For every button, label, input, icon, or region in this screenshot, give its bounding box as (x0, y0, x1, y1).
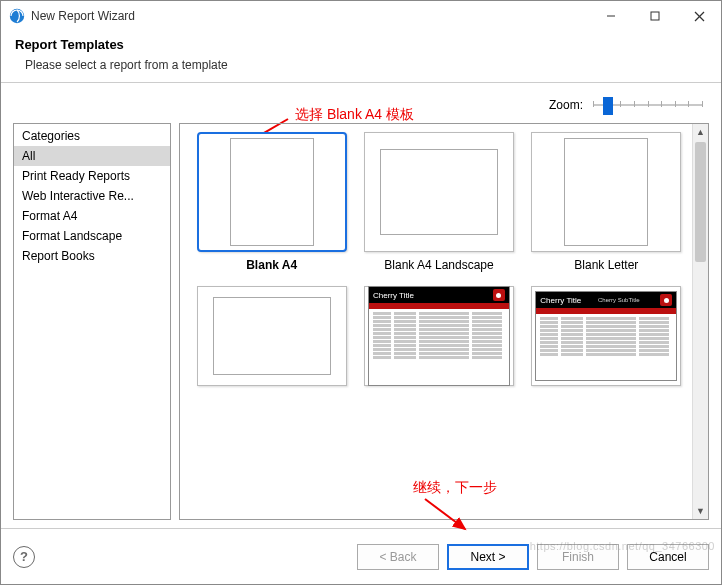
svg-rect-2 (651, 12, 659, 20)
wizard-window: New Report Wizard Report Templates Pleas… (0, 0, 722, 585)
template-blank-a4-landscape[interactable]: Blank A4 Landscape (357, 132, 520, 280)
zoom-slider-thumb[interactable] (603, 97, 613, 115)
cherry-logo-icon (493, 289, 505, 301)
app-icon (9, 8, 25, 24)
template-thumb: Cherry TitleCherry SubTitle (531, 286, 681, 386)
category-item-all[interactable]: All (14, 146, 170, 166)
help-icon[interactable]: ? (13, 546, 35, 568)
template-thumb (197, 286, 347, 386)
template-gallery: Blank A4 Blank A4 Landscape Blank Letter (179, 123, 709, 520)
cherry-title: Cherry Title (540, 296, 581, 305)
scrollbar-thumb[interactable] (695, 142, 706, 262)
zoom-slider[interactable] (593, 95, 703, 115)
template-cherry[interactable]: Cherry Title (357, 286, 520, 386)
back-button[interactable]: < Back (357, 544, 439, 570)
annotation-text-2: 继续，下一步 (413, 479, 497, 497)
template-thumb (364, 132, 514, 252)
category-item-print-ready[interactable]: Print Ready Reports (14, 166, 170, 186)
template-thumb: Cherry Title (364, 286, 514, 386)
page-subtitle: Please select a report from a template (25, 58, 707, 72)
cherry-title: Cherry Title (373, 291, 414, 300)
svg-point-0 (10, 9, 24, 23)
scroll-up-arrow-icon[interactable]: ▲ (693, 124, 708, 140)
template-label: Blank A4 (246, 258, 297, 272)
category-item-format-a4[interactable]: Format A4 (14, 206, 170, 226)
annotation-text-1: 选择 Blank A4 模板 (295, 106, 414, 124)
category-item-web-interactive[interactable]: Web Interactive Re... (14, 186, 170, 206)
template-label: Blank Letter (574, 258, 638, 272)
template-thumb (531, 132, 681, 252)
page-title: Report Templates (15, 37, 707, 52)
cherry-logo-icon (660, 294, 672, 306)
template-blank-letter[interactable]: Blank Letter (525, 132, 688, 280)
template-label: Blank A4 Landscape (384, 258, 493, 272)
window-title: New Report Wizard (31, 9, 589, 23)
categories-header: Categories (14, 126, 170, 146)
wizard-body: Categories All Print Ready Reports Web I… (1, 123, 721, 528)
scroll-down-arrow-icon[interactable]: ▼ (693, 503, 708, 519)
close-button[interactable] (677, 1, 721, 31)
template-blank-landscape-2[interactable] (190, 286, 353, 386)
template-gallery-viewport: Blank A4 Blank A4 Landscape Blank Letter (180, 124, 692, 519)
next-button[interactable]: Next > (447, 544, 529, 570)
category-item-report-books[interactable]: Report Books (14, 246, 170, 266)
template-thumb (197, 132, 347, 252)
titlebar: New Report Wizard (1, 1, 721, 31)
category-item-format-landscape[interactable]: Format Landscape (14, 226, 170, 246)
gallery-scrollbar[interactable]: ▲ ▼ (692, 124, 708, 519)
watermark: https://blog.csdn.net/qq_34766300 (530, 540, 715, 552)
wizard-footer: ? < Back Next > Finish Cancel (1, 528, 721, 584)
minimize-button[interactable] (589, 1, 633, 31)
maximize-button[interactable] (633, 1, 677, 31)
categories-panel: Categories All Print Ready Reports Web I… (13, 123, 171, 520)
template-blank-a4[interactable]: Blank A4 (190, 132, 353, 280)
zoom-label: Zoom: (549, 98, 583, 112)
wizard-header: Report Templates Please select a report … (1, 31, 721, 83)
template-cherry-landscape[interactable]: Cherry TitleCherry SubTitle (525, 286, 688, 386)
